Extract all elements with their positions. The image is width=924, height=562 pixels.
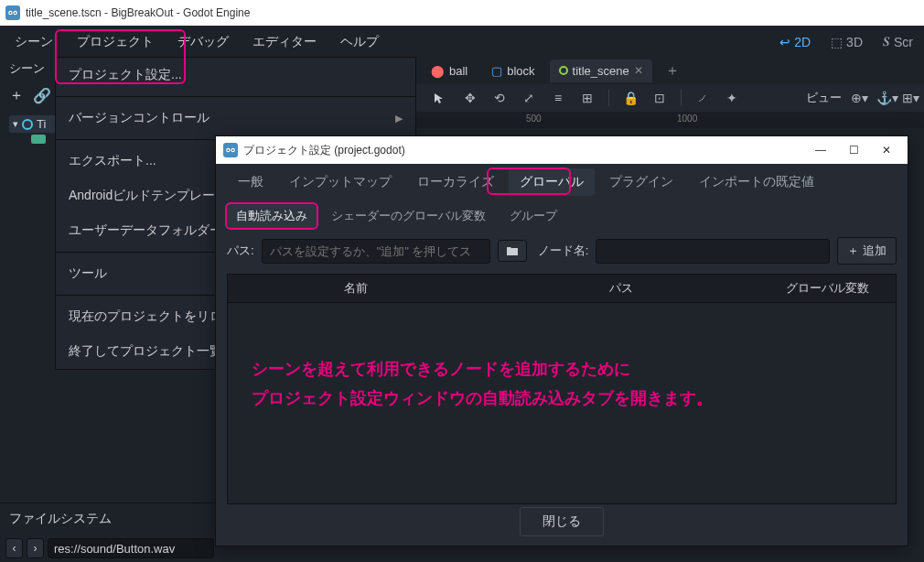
minimize-button[interactable]: — [807,144,834,157]
svg-point-7 [232,149,234,151]
node-name-input[interactable] [596,239,830,264]
list-icon[interactable]: ≡ [550,91,566,105]
os-titlebar: title_scene.tscn - BigBreakOut - Godot E… [0,0,924,26]
autoload-table-header: 名前 パス グローバル変数 [227,274,897,303]
move-tool-icon[interactable]: ✥ [462,91,478,105]
menu-help[interactable]: ヘルプ [331,29,388,55]
col-global-var: グローバル変数 [758,280,896,297]
subtab-shader-globals[interactable]: シェーダーのグローバル変数 [322,203,495,229]
menu-editor[interactable]: エディター [243,29,326,55]
col-name: 名前 [228,280,484,297]
path-input[interactable] [262,239,490,264]
tab-general[interactable]: 一般 [227,168,274,196]
scene-tabs: ⬤ball ▢block title_scene ✕ ＋ [416,57,924,84]
anchor-icon[interactable]: ⚓▾ [876,91,893,105]
tree-node-label: Ti [37,117,46,131]
node-name-label: ノード名: [538,243,589,259]
add-node-icon[interactable]: ＋ [9,86,24,105]
ruler: 500 1000 [416,112,924,128]
svg-point-2 [10,12,12,14]
dialog-title: プロジェクト設定 (project.godot) [243,143,405,158]
browse-folder-button[interactable] [498,240,527,262]
window-title: title_scene.tscn - BigBreakOut - Godot E… [26,6,250,19]
snap-icon[interactable]: ✦ [724,91,740,105]
autoload-table-body: シーンを超えて利用できるノードを追加するために プロジェクト設定ウィンドウの自動… [227,303,897,504]
mode-3d-button[interactable]: ⬚ 3D [825,31,868,53]
tab-localize[interactable]: ローカライズ [406,168,505,196]
mode-2d-button[interactable]: ↩ 2D [774,31,816,53]
select-tool-icon[interactable] [433,92,449,104]
rotate-tool-icon[interactable]: ⟲ [491,91,508,105]
chevron-right-icon: ▶ [395,113,403,124]
view-menu[interactable]: ビュー [806,90,842,106]
dialog-titlebar[interactable]: プロジェクト設定 (project.godot) — ☐ ✕ [216,136,908,164]
filesystem-path-input[interactable] [48,538,214,558]
add-icon[interactable]: ⊕▾ [851,91,867,105]
node2d-icon [22,119,33,130]
mode-script-button[interactable]: 𝑺 Scr [877,30,919,53]
project-settings-dialog: プロジェクト設定 (project.godot) — ☐ ✕ 一般 インプットマ… [215,135,908,546]
grid-snap-icon[interactable]: ⊞▾ [902,91,919,105]
tab-input-map[interactable]: インプットマップ [278,168,403,196]
link-icon[interactable]: 🔗 [33,87,51,104]
svg-point-3 [15,12,16,14]
scene-tab-block[interactable]: ▢block [482,59,543,82]
menu-project[interactable]: プロジェクト [68,29,163,55]
subtab-group[interactable]: グループ [500,203,566,229]
dialog-close-button[interactable]: 閉じる [520,507,604,536]
unsaved-dot-icon [559,66,568,75]
autoload-path-row: パス: ノード名: ＋追加 [216,232,908,270]
subtab-autoload[interactable]: 自動読み込み [227,203,317,229]
godot-icon [5,5,20,20]
dialog-tabs: 一般 インプットマップ ローカライズ グローバル プラグイン インポートの既定値 [216,164,908,200]
path-label: パス: [227,243,254,259]
bone-icon[interactable]: ⟋ [694,91,711,105]
group-icon[interactable]: ⊡ [651,91,668,105]
menubar: シーン プロジェクト デバッグ エディター ヘルプ ↩ 2D ⬚ 3D 𝑺 Sc… [0,26,924,58]
tab-global[interactable]: グローバル [509,168,595,196]
menu-item-version-control[interactable]: バージョンコントロール▶ [56,101,415,135]
new-tab-button[interactable]: ＋ [658,58,687,84]
scene-tab-ball[interactable]: ⬤ball [422,59,477,82]
editor-toolbar: ✥ ⟲ ⤢ ≡ ⊞ 🔒 ⊡ ⟋ ✦ ビュー ⊕▾ ⚓▾ ⊞▾ [416,84,924,112]
filesystem-panel: ファイルシステム ‹ › [0,503,220,562]
godot-icon [223,143,238,157]
forward-button[interactable]: › [27,538,44,558]
tab-import-defaults[interactable]: インポートの既定値 [688,168,825,196]
back-button[interactable]: ‹ [5,538,23,558]
close-tab-icon[interactable]: ✕ [634,64,643,77]
filesystem-title[interactable]: ファイルシステム [0,503,220,535]
scene-tab-title-scene[interactable]: title_scene ✕ [550,59,652,82]
svg-point-6 [228,149,230,151]
lock-icon[interactable]: 🔒 [622,91,639,105]
menu-scene[interactable]: シーン [5,29,62,55]
editor-center: ⬤ball ▢block title_scene ✕ ＋ ✥ ⟲ ⤢ ≡ ⊞ 🔒… [416,57,924,128]
tab-plugin[interactable]: プラグイン [598,168,684,196]
maximize-button[interactable]: ☐ [840,144,867,157]
script-icon [31,135,46,144]
menu-debug[interactable]: デバッグ [168,29,238,55]
close-window-button[interactable]: ✕ [873,144,900,157]
menu-item-project-settings[interactable]: プロジェクト設定... [56,58,415,92]
dialog-subtabs: 自動読み込み シェーダーのグローバル変数 グループ [216,200,908,232]
col-path: パス [484,280,758,297]
add-button[interactable]: ＋追加 [837,237,897,265]
annotation-text: シーンを超えて利用できるノードを追加するために プロジェクト設定ウィンドウの自動… [252,354,713,414]
scale-tool-icon[interactable]: ⤢ [521,91,537,105]
ruler-tool-icon[interactable]: ⊞ [579,91,596,105]
